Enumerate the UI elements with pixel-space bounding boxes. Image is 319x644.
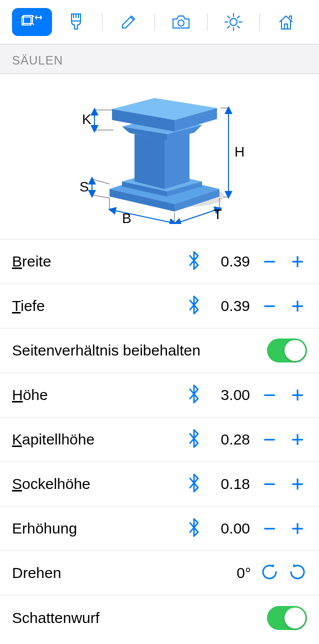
row-aspect: Seitenverhältnis beibehalten <box>0 328 319 373</box>
label-breite: Breite <box>12 253 187 270</box>
label-tiefe: Tiefe <box>12 298 187 314</box>
bluetooth-icon[interactable] <box>187 250 201 272</box>
plus-button[interactable]: + <box>288 428 307 450</box>
value-breite: 0.39 <box>210 253 250 270</box>
tool-edit-button[interactable] <box>108 8 148 36</box>
switch-aspect[interactable] <box>267 338 307 362</box>
minus-button[interactable]: − <box>260 295 279 317</box>
tool-brush-button[interactable] <box>56 8 96 36</box>
label-hoehe: Höhe <box>12 386 187 404</box>
switch-schatten[interactable] <box>267 606 307 630</box>
property-list: Breite 0.39 − + Tiefe 0.39 − + Seitenver… <box>0 239 319 640</box>
label-schatten: Schattenwurf <box>12 610 267 626</box>
value-erhoehung: 0.00 <box>210 520 250 537</box>
minus-button[interactable]: − <box>260 250 279 272</box>
row-tiefe: Tiefe 0.39 − + <box>0 284 319 328</box>
svg-point-1 <box>230 18 237 26</box>
diagram-label-s: S <box>80 179 89 194</box>
section-header: SÄULEN <box>0 44 319 74</box>
diagram-label-h: H <box>234 144 244 160</box>
minus-button[interactable]: − <box>260 473 279 495</box>
value-sockel: 0.18 <box>210 476 250 492</box>
plus-button[interactable]: + <box>288 473 307 495</box>
row-kapitell: Kapitellhöhe 0.28 − + <box>0 418 319 462</box>
row-schatten: Schattenwurf <box>0 596 319 640</box>
label-aspect: Seitenverhältnis beibehalten <box>12 342 267 359</box>
minus-button[interactable]: − <box>260 428 279 450</box>
plus-button[interactable]: + <box>288 250 307 272</box>
tool-measure-button[interactable] <box>12 8 52 36</box>
row-erhoehung: Erhöhung 0.00 − + <box>0 506 319 551</box>
bluetooth-icon[interactable] <box>187 473 201 495</box>
value-hoehe: 3.00 <box>210 386 250 404</box>
column-diagram: K S B H T <box>0 74 319 239</box>
row-breite: Breite 0.39 − + <box>0 240 319 284</box>
svg-line-6 <box>112 210 174 223</box>
toolbar <box>0 0 319 44</box>
minus-button[interactable]: − <box>260 518 279 540</box>
diagram-label-k: K <box>82 112 92 127</box>
toolbar-separator <box>260 13 260 31</box>
minus-button[interactable]: − <box>260 384 279 406</box>
svg-point-0 <box>178 20 184 26</box>
value-drehen: 0° <box>211 564 251 582</box>
bluetooth-icon[interactable] <box>187 384 201 406</box>
svg-line-7 <box>177 209 218 223</box>
row-sockel: Sockelhöhe 0.18 − + <box>0 462 319 506</box>
value-kapitell: 0.28 <box>210 431 250 448</box>
rotate-cw-button[interactable] <box>260 562 279 584</box>
plus-button[interactable]: + <box>288 384 307 406</box>
row-hoehe: Höhe 3.00 − + <box>0 373 319 418</box>
label-drehen: Drehen <box>12 564 211 582</box>
toolbar-separator <box>102 13 102 31</box>
plus-button[interactable]: + <box>288 518 307 540</box>
bluetooth-icon[interactable] <box>187 428 201 450</box>
diagram-label-b: B <box>122 210 132 224</box>
row-drehen: Drehen 0° <box>0 551 319 596</box>
toolbar-separator <box>154 13 155 31</box>
bluetooth-icon[interactable] <box>187 295 201 317</box>
label-erhoehung: Erhöhung <box>12 520 187 537</box>
diagram-label-t: T <box>214 206 222 222</box>
plus-button[interactable]: + <box>288 295 307 317</box>
value-tiefe: 0.39 <box>210 298 250 314</box>
tool-home-button[interactable] <box>266 8 306 36</box>
tool-sun-button[interactable] <box>214 8 254 36</box>
label-kapitell: Kapitellhöhe <box>12 431 187 448</box>
tool-camera-button[interactable] <box>161 8 201 36</box>
toolbar-separator <box>207 13 208 31</box>
bluetooth-icon[interactable] <box>187 518 201 540</box>
label-sockel: Sockelhöhe <box>12 476 187 492</box>
rotate-ccw-button[interactable] <box>288 562 307 584</box>
